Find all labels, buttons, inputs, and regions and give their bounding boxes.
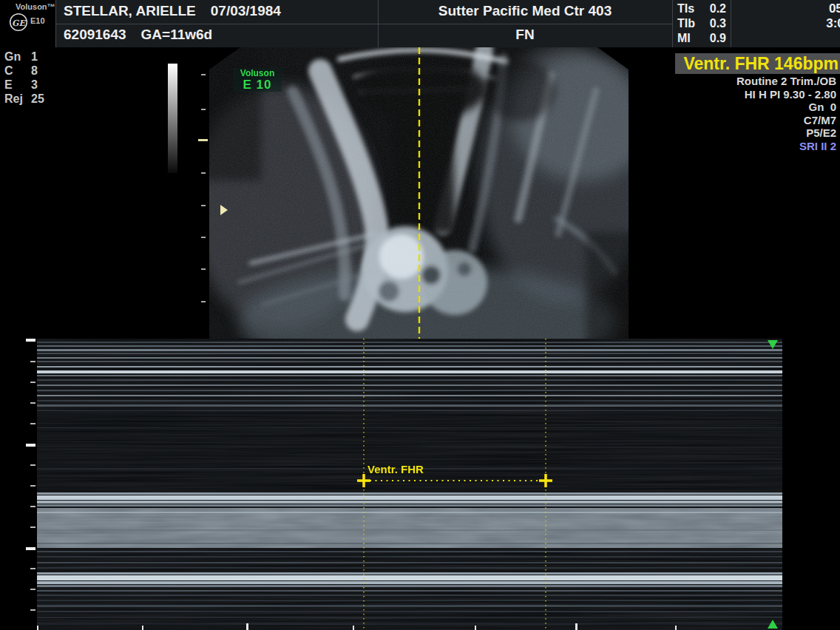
patient-row: STELLAR, ARIELLE 07/03/1984 xyxy=(64,3,281,19)
mi-label: MI xyxy=(677,31,691,46)
mmode-scale-minor-tick xyxy=(30,402,35,404)
timeline-tick xyxy=(37,626,38,630)
param-value: 8 xyxy=(31,64,38,78)
facility-name: Sutter Pacific Med Ctr 403 xyxy=(378,3,672,19)
header-main: STELLAR, ARIELLE 07/03/1984 62091643 GA=… xyxy=(55,0,840,47)
ge-logo-icon: GE xyxy=(9,13,28,32)
voluson-watermark: Voluson E 10 xyxy=(233,68,282,92)
mmode-scale-minor-tick xyxy=(30,464,35,466)
gestational-age: GA=11w6d xyxy=(141,27,213,43)
probe-name: C2-9-D xyxy=(731,31,840,46)
param-row: E 3 xyxy=(4,78,44,92)
persistence-info: P5/E2 xyxy=(648,126,840,140)
preset-name: Routine 2 Trim./OB xyxy=(648,75,840,88)
depth-scale-tick xyxy=(201,237,206,238)
tis-label: TIs xyxy=(677,1,694,16)
param-row: C 8 xyxy=(4,64,44,78)
model-name: E10 xyxy=(30,16,45,25)
patient-id-row: 62091643 GA=11w6d xyxy=(64,27,212,43)
mmode-scale-minor-tick xyxy=(30,589,35,590)
fhr-result-banner: Ventr. FHR 146bpm xyxy=(675,53,840,74)
mi-value: 0.9 xyxy=(710,31,726,46)
svg-text:GE: GE xyxy=(12,18,26,28)
param-label: C xyxy=(4,64,31,78)
datetime-block: 05/22/2019 3:04:12 PM C2-9-D xyxy=(731,1,840,46)
timeline-tick xyxy=(353,626,354,630)
depth-scale-tick xyxy=(201,74,206,75)
timeline-tick xyxy=(142,626,143,630)
mmode-scale-minor-tick xyxy=(30,423,35,424)
mmode-scale-minor-tick xyxy=(30,609,35,611)
param-row: Rej 25 xyxy=(4,92,44,106)
m-mode-trace: Ventr. FHR xyxy=(37,339,782,630)
depth-scale-tick xyxy=(201,172,206,174)
mmode-scale-major-tick xyxy=(26,444,35,447)
focal-depth-tick xyxy=(198,139,208,141)
param-label: E xyxy=(4,78,31,92)
mmode-scale-major-tick xyxy=(26,547,35,550)
mmode-scale-minor-tick xyxy=(30,361,35,362)
mmode-scale-minor-tick xyxy=(30,382,35,383)
sri-info: SRI II 2 xyxy=(648,140,840,153)
depth-scale-tick xyxy=(201,268,206,270)
mmode-scale-minor-tick xyxy=(30,485,35,487)
fhr-result-text: Ventr. FHR 146bpm xyxy=(683,54,840,74)
gain-info: Gn 0 xyxy=(648,101,840,114)
depth-scale-tick xyxy=(201,109,206,110)
power-info: HI H PI 9.30 - 2.80 xyxy=(648,88,840,101)
right-info-column: Routine 2 Trim./OB HI H PI 9.30 - 2.80 G… xyxy=(648,75,840,152)
patient-id: 62091643 xyxy=(64,27,126,43)
header-divider xyxy=(672,0,673,47)
timeline-tick xyxy=(575,623,578,630)
param-label: Rej xyxy=(4,92,31,106)
product-name: Voluson™ xyxy=(16,2,55,11)
ti-row: TIb 0.3 xyxy=(677,16,726,31)
tis-value: 0.2 xyxy=(710,1,726,16)
depth-scale-tick xyxy=(201,301,206,302)
brand-block: Voluson™ GE E10 xyxy=(0,0,55,47)
param-label: Gn xyxy=(4,50,31,64)
param-value: 25 xyxy=(31,92,44,106)
header-divider xyxy=(56,24,672,24)
watermark-line2: E 10 xyxy=(234,78,280,91)
mmode-scale-minor-tick xyxy=(30,568,35,569)
param-row: Gn 1 xyxy=(4,50,44,64)
focus-marker-icon xyxy=(220,205,228,215)
exam-date: 05/22/2019 xyxy=(731,1,840,16)
timeline-tick xyxy=(475,626,476,630)
grayscale-bar xyxy=(168,64,177,173)
b-mode-params: Gn 1 C 8 E 3 Rej 25 xyxy=(4,50,44,106)
depth-scale-tick xyxy=(201,205,206,206)
timeline-tick xyxy=(675,626,677,630)
patient-name: STELLAR, ARIELLE xyxy=(64,3,196,19)
contrast-map-info: C7/M7 xyxy=(648,114,840,127)
measurement-label: Ventr. FHR xyxy=(368,463,424,475)
mmode-scale-minor-tick xyxy=(30,526,35,528)
mmode-scale-major-tick xyxy=(26,339,35,342)
timeline-tick xyxy=(246,623,248,630)
mmode-scale-minor-tick xyxy=(30,506,35,507)
param-value: 3 xyxy=(31,78,38,92)
patient-dob: 07/03/1984 xyxy=(211,3,281,19)
ti-row: MI 0.9 xyxy=(677,31,726,46)
operator-initials: FN xyxy=(378,27,672,43)
ultrasound-screen: Voluson™ GE E10 STELLAR, ARIELLE 07/03/1… xyxy=(0,0,840,630)
tib-value: 0.3 xyxy=(710,16,726,31)
exposure-indices: TIs 0.2 TIb 0.3 MI 0.9 xyxy=(677,1,726,46)
tib-label: TIb xyxy=(677,16,695,31)
ti-row: TIs 0.2 xyxy=(677,1,726,16)
header-bar: Voluson™ GE E10 STELLAR, ARIELLE 07/03/1… xyxy=(0,0,840,47)
param-value: 1 xyxy=(31,50,38,64)
exam-time: 3:04:12 PM xyxy=(731,16,840,31)
